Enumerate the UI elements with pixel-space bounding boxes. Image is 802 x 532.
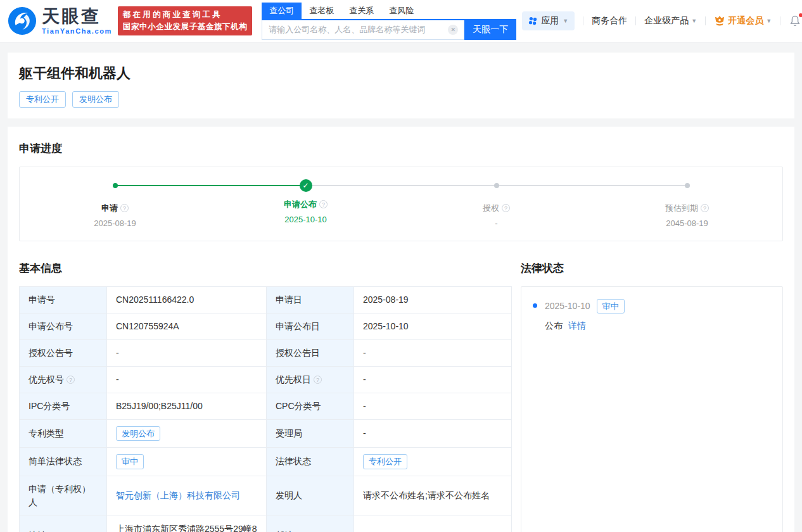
patent-title: 躯干组件和机器人 xyxy=(19,64,783,83)
row-value: 审中 xyxy=(107,448,267,476)
step-value: 2025-10-10 xyxy=(210,215,401,224)
row-label: CPC分类号 xyxy=(267,393,354,419)
row-label: 优先权号? xyxy=(20,366,107,393)
close-icon[interactable]: ✕ xyxy=(448,25,458,35)
row-value: 2025-10-10 xyxy=(354,313,512,339)
row-value: - xyxy=(354,366,512,393)
logo-swirl-icon xyxy=(8,6,37,35)
row-label: 申请（专利权）人 xyxy=(20,476,107,516)
row-label: 受理局 xyxy=(267,419,354,448)
application-timeline: 申请? 2025-08-19 ✓ 申请公布? 2025-10-10 授权? - … xyxy=(19,167,783,241)
divider xyxy=(705,16,706,25)
entry-bullet-icon xyxy=(533,303,537,308)
crown-icon xyxy=(714,16,725,26)
row-value: - xyxy=(354,419,512,448)
row-label: 申请日 xyxy=(267,286,354,313)
table-row: 专利类型 发明公布 受理局 - xyxy=(20,419,512,448)
detail-link[interactable]: 详情 xyxy=(568,320,586,331)
table-row: 授权公告号 - 授权公告日 - xyxy=(20,339,512,366)
nav-enterprise[interactable]: 企业级产品 ▼ xyxy=(644,15,697,27)
step-value: - xyxy=(401,218,592,228)
nav-apps-label: 应用 xyxy=(541,15,559,27)
search-button[interactable]: 天眼一下 xyxy=(464,20,516,40)
notification-bell[interactable] xyxy=(789,15,801,27)
step-label: 申请? xyxy=(20,203,210,214)
help-icon[interactable]: ? xyxy=(67,376,75,384)
table-row: 优先权号? - 优先权日? - xyxy=(20,366,512,393)
help-icon[interactable]: ? xyxy=(314,376,322,384)
search-tab-company[interactable]: 查公司 xyxy=(262,3,302,19)
chevron-down-icon: ▼ xyxy=(691,18,697,24)
search-input[interactable] xyxy=(262,25,448,34)
chevron-down-icon: ▼ xyxy=(563,18,568,24)
patent-header-card: 躯干组件和机器人 专利公开 发明公布 xyxy=(8,53,794,118)
row-value: 专利公开 xyxy=(354,448,512,476)
timeline-step-expiry: 预估到期? 2045-08-19 xyxy=(592,179,782,228)
step-label: 申请公布? xyxy=(210,199,401,210)
header: 天眼查 TianYanCha.com 都在用的商业查询工具 国家中小企业发展子基… xyxy=(0,0,802,42)
row-label: 发明人 xyxy=(267,476,354,516)
search-tab-boss[interactable]: 查老板 xyxy=(302,3,341,19)
patent-tag-invention: 发明公布 xyxy=(72,91,119,108)
search-area: 查公司 查老板 查关系 查风险 ✕ 天眼一下 xyxy=(262,3,516,40)
row-label: 优先权日? xyxy=(267,366,354,393)
help-icon[interactable]: ? xyxy=(502,204,510,212)
brand-name: 天眼查 xyxy=(42,8,112,25)
nav-business-label: 商务合作 xyxy=(592,15,627,27)
patent-detail-card: 申请进度 申请? 2025-08-19 ✓ 申请公布? 2025-10-10 授… xyxy=(8,127,794,532)
row-label: 邮编 xyxy=(267,516,354,532)
table-row: IPC分类号 B25J19/00;B25J11/00 CPC分类号 - xyxy=(20,393,512,419)
table-row: 申请（专利权）人 智元创新（上海）科技有限公司 发明人 请求不公布姓名;请求不公… xyxy=(20,476,512,516)
search-tab-risk[interactable]: 查风险 xyxy=(381,3,421,19)
row-label: 申请号 xyxy=(20,286,107,313)
nav-enterprise-label: 企业级产品 xyxy=(644,15,689,27)
timeline-step-grant: 授权? - xyxy=(401,179,592,228)
tianyancha-logo[interactable]: 天眼查 TianYanCha.com xyxy=(8,6,112,35)
basic-info-section: 基本信息 申请号 CN202511166422.0 申请日 2025-08-19… xyxy=(19,261,512,532)
divider xyxy=(635,16,636,25)
help-icon[interactable]: ? xyxy=(701,204,709,212)
row-value: 2025-08-19 xyxy=(354,286,512,313)
entry-date: 2025-10-10 xyxy=(545,301,590,311)
chevron-down-icon: ▼ xyxy=(766,18,772,24)
table-row: 申请公布号 CN120755924A 申请公布日 2025-10-10 xyxy=(20,313,512,339)
simple-legal-status-tag: 审中 xyxy=(116,454,144,469)
nav-business[interactable]: 商务合作 xyxy=(592,15,627,27)
legal-entry: 2025-10-10 审中 公布 详情 xyxy=(533,299,771,332)
step-label: 授权? xyxy=(401,203,592,214)
table-row: 申请号 CN202511166422.0 申请日 2025-08-19 xyxy=(20,286,512,313)
row-label: 专利类型 xyxy=(20,419,107,448)
slogan-badge: 都在用的商业查询工具 国家中小企业发展子基金旗下机构 xyxy=(118,6,253,35)
legal-status-tag: 专利公开 xyxy=(363,454,407,469)
entry-status-tag: 审中 xyxy=(597,299,625,314)
help-icon[interactable]: ? xyxy=(120,204,129,212)
slogan-line2: 国家中小企业发展子基金旗下机构 xyxy=(123,21,248,33)
notification-dot xyxy=(799,13,802,17)
row-label: 授权公告号 xyxy=(20,339,107,366)
brand-domain: TianYanCha.com xyxy=(42,27,112,35)
row-value: 上海市浦东新区秀浦路2555号29幢8层 xyxy=(107,516,267,532)
help-icon[interactable]: ? xyxy=(319,200,328,208)
row-value: CN120755924A xyxy=(107,313,267,339)
row-value: - xyxy=(107,366,267,393)
row-value: 请求不公布姓名;请求不公布姓名 xyxy=(354,476,512,516)
table-row: 地址 上海市浦东新区秀浦路2555号29幢8层 邮编 201315 xyxy=(20,516,512,532)
basic-info-title: 基本信息 xyxy=(19,261,512,276)
row-label: 申请公布号 xyxy=(20,313,107,339)
row-value: - xyxy=(354,393,512,419)
row-label: IPC分类号 xyxy=(20,393,107,419)
row-value: 智元创新（上海）科技有限公司 xyxy=(107,476,267,516)
row-label: 申请公布日 xyxy=(267,313,354,339)
divider xyxy=(780,16,780,25)
nav-apps[interactable]: 应用 ▼ xyxy=(522,11,575,30)
row-label: 授权公告日 xyxy=(267,339,354,366)
nav-vip[interactable]: 开通会员 ▼ xyxy=(714,15,772,27)
legal-status-card: 2025-10-10 审中 公布 详情 xyxy=(521,286,783,532)
applicant-company-link[interactable]: 智元创新（上海）科技有限公司 xyxy=(116,490,240,500)
slogan-line1: 都在用的商业查询工具 xyxy=(123,9,248,21)
patent-type-tag: 发明公布 xyxy=(116,426,160,441)
table-row: 简单法律状态 审中 法律状态 专利公开 xyxy=(20,448,512,476)
search-tab-relation[interactable]: 查关系 xyxy=(341,3,381,19)
check-icon: ✓ xyxy=(300,179,312,192)
row-value: 201315 xyxy=(354,516,512,532)
